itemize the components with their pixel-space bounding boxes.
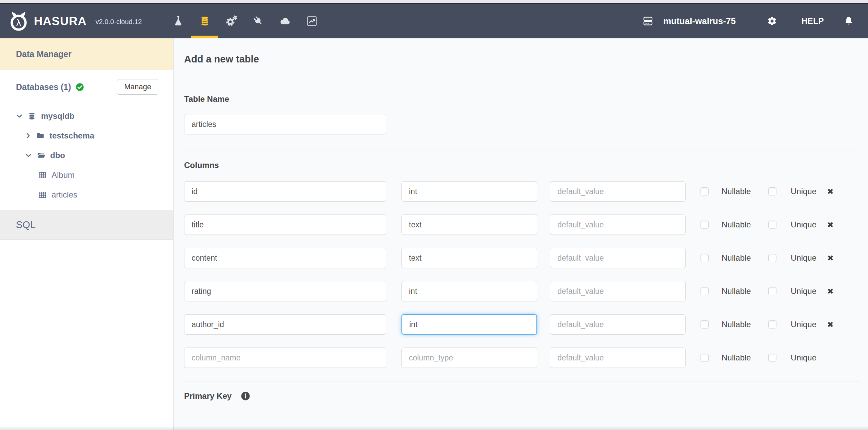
column-name-input[interactable]	[184, 314, 386, 335]
sidebar-item-sql[interactable]: SQL	[0, 210, 173, 240]
tree-item-label: testschema	[50, 131, 94, 141]
divider	[184, 381, 861, 381]
remove-column-button[interactable]	[825, 186, 835, 197]
unique-label: Unique	[791, 286, 818, 296]
unique-label: Unique	[791, 320, 818, 329]
column-row: NullableUnique	[184, 314, 861, 335]
table-icon	[38, 190, 47, 199]
svg-text:λ: λ	[16, 18, 21, 28]
nullable-label: Nullable	[722, 220, 755, 229]
column-row: NullableUnique	[184, 248, 861, 268]
unique-label: Unique	[791, 353, 818, 362]
navbar-right: mutual-walrus-75 HELP	[642, 15, 868, 27]
primary-key-label: Primary Key	[184, 391, 232, 401]
column-default-input[interactable]	[550, 181, 686, 202]
brand[interactable]: λ HASURA v2.0.0-cloud.12	[0, 11, 172, 32]
divider	[184, 151, 861, 151]
column-default-input[interactable]	[550, 214, 686, 235]
unique-checkbox[interactable]	[768, 287, 776, 295]
column-row: NullableUnique	[184, 214, 861, 235]
column-default-input[interactable]	[550, 281, 686, 301]
column-row: NullableUnique	[184, 181, 861, 202]
nullable-label: Nullable	[722, 353, 755, 362]
unique-checkbox[interactable]	[768, 354, 776, 362]
column-type-input[interactable]	[401, 281, 537, 301]
unique-checkbox[interactable]	[768, 254, 776, 262]
help-link[interactable]: HELP	[802, 16, 824, 26]
column-default-input[interactable]	[550, 248, 686, 268]
nav-data-database-icon[interactable]	[199, 4, 211, 38]
main-nav	[172, 4, 333, 38]
nav-monitoring-chart-icon[interactable]	[306, 4, 318, 38]
manage-button[interactable]: Manage	[117, 79, 158, 95]
column-name-input[interactable]	[184, 348, 386, 368]
nav-events-cloud-icon[interactable]	[279, 4, 291, 38]
settings-gear-icon[interactable]	[767, 16, 777, 26]
unique-label: Unique	[791, 253, 818, 263]
remove-column-button[interactable]	[825, 220, 835, 230]
tree-item-mysqldb[interactable]: mysqldb	[0, 106, 173, 126]
sidebar-title: Data Manager	[0, 38, 173, 70]
server-icon	[642, 15, 654, 27]
nullable-checkbox[interactable]	[701, 221, 709, 229]
database-icon	[27, 112, 36, 120]
databases-label: Databases (1)	[16, 82, 71, 92]
column-type-input[interactable]	[401, 214, 537, 235]
tree-item-dbo[interactable]: dbo	[0, 146, 173, 165]
column-type-input[interactable]	[401, 181, 537, 202]
column-default-input[interactable]	[550, 314, 686, 335]
nullable-label: Nullable	[722, 253, 755, 263]
chevron-down-icon[interactable]	[15, 112, 23, 120]
tree-item-testschema[interactable]: testschema	[0, 126, 173, 146]
columns-label: Columns	[184, 161, 861, 170]
table-icon	[38, 171, 47, 180]
nullable-checkbox[interactable]	[701, 320, 709, 329]
info-icon[interactable]	[240, 391, 251, 401]
column-type-input[interactable]	[401, 348, 537, 368]
nullable-checkbox[interactable]	[701, 287, 709, 295]
column-name-input[interactable]	[184, 281, 386, 301]
nullable-label: Nullable	[722, 320, 755, 329]
unique-label: Unique	[791, 220, 818, 229]
notifications-bell-icon[interactable]	[844, 16, 854, 26]
version-label: v2.0.0-cloud.12	[96, 18, 142, 26]
nav-remote-schemas-plug-icon[interactable]	[253, 4, 264, 38]
remove-column-button[interactable]	[825, 286, 835, 296]
tree-item-album-table[interactable]: Album	[0, 165, 173, 185]
active-tab-underline	[191, 36, 218, 38]
nav-api-explorer-flask-icon[interactable]	[172, 4, 184, 38]
data-sidebar: Data Manager Databases (1) Manage	[0, 38, 174, 430]
unique-checkbox[interactable]	[768, 221, 776, 229]
remove-column-button[interactable]	[825, 253, 835, 263]
brand-name: HASURA	[34, 14, 87, 28]
column-row: NullableUnique	[184, 348, 861, 368]
nullable-checkbox[interactable]	[701, 187, 709, 195]
remove-column-button[interactable]	[825, 319, 835, 330]
folder-icon	[36, 131, 45, 140]
chevron-down-icon[interactable]	[24, 151, 33, 160]
column-type-input[interactable]	[401, 248, 537, 268]
main-content: Add a new table Table Name Columns Nulla…	[174, 38, 868, 430]
check-circle-icon	[75, 82, 84, 92]
instance-selector[interactable]: mutual-walrus-75	[642, 15, 736, 27]
tree-item-articles-table[interactable]: articles	[0, 185, 173, 205]
column-name-input[interactable]	[184, 181, 386, 202]
column-name-input[interactable]	[184, 214, 386, 235]
table-name-input[interactable]	[184, 114, 386, 134]
sidebar-body: Databases (1) Manage	[0, 70, 173, 210]
column-type-input[interactable]	[401, 314, 537, 335]
column-default-input[interactable]	[550, 348, 686, 368]
nullable-checkbox[interactable]	[701, 354, 709, 362]
columns-rows: NullableUniqueNullableUniqueNullableUniq…	[184, 181, 861, 368]
hasura-logo-icon: λ	[8, 11, 29, 32]
nav-actions-gears-icon[interactable]	[226, 4, 237, 38]
unique-checkbox[interactable]	[768, 320, 776, 329]
column-name-input[interactable]	[184, 248, 386, 268]
database-tree: mysqldb testschema	[0, 106, 173, 205]
page-title: Add a new table	[184, 54, 861, 65]
tree-item-label: articles	[52, 190, 77, 200]
unique-checkbox[interactable]	[768, 187, 776, 195]
nullable-label: Nullable	[722, 286, 755, 296]
nullable-checkbox[interactable]	[701, 254, 709, 262]
chevron-right-icon[interactable]	[24, 132, 32, 139]
